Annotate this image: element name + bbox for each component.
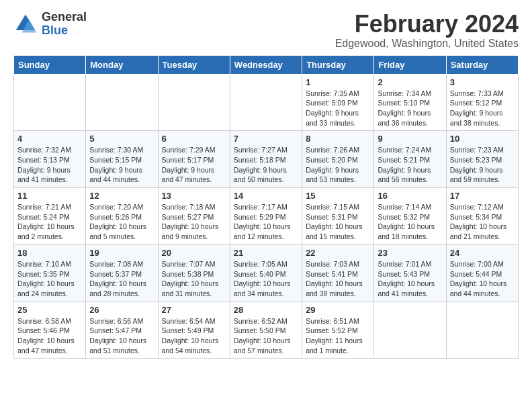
calendar-cell: 17Sunrise: 7:12 AM Sunset: 5:34 PM Dayli… xyxy=(446,188,518,245)
day-info: Sunrise: 6:54 AM Sunset: 5:49 PM Dayligh… xyxy=(162,316,226,356)
day-of-week-header: Saturday xyxy=(446,55,518,74)
day-info: Sunrise: 7:20 AM Sunset: 5:26 PM Dayligh… xyxy=(89,202,154,242)
day-of-week-header: Sunday xyxy=(14,55,86,74)
calendar-cell: 25Sunrise: 6:58 AM Sunset: 5:46 PM Dayli… xyxy=(14,302,86,359)
logo-icon xyxy=(13,12,38,36)
day-info: Sunrise: 6:51 AM Sunset: 5:52 PM Dayligh… xyxy=(306,316,370,356)
calendar-cell: 21Sunrise: 7:05 AM Sunset: 5:40 PM Dayli… xyxy=(230,244,302,302)
calendar-body: 1Sunrise: 7:35 AM Sunset: 5:09 PM Daylig… xyxy=(14,74,519,359)
calendar-cell: 6Sunrise: 7:29 AM Sunset: 5:17 PM Daylig… xyxy=(158,131,230,188)
day-number: 14 xyxy=(234,191,298,201)
calendar-week-row: 25Sunrise: 6:58 AM Sunset: 5:46 PM Dayli… xyxy=(14,302,519,359)
calendar-table: SundayMondayTuesdayWednesdayThursdayFrid… xyxy=(13,55,519,359)
day-info: Sunrise: 7:24 AM Sunset: 5:21 PM Dayligh… xyxy=(378,145,442,185)
calendar-cell xyxy=(86,74,158,131)
calendar-cell: 9Sunrise: 7:24 AM Sunset: 5:21 PM Daylig… xyxy=(374,131,446,188)
day-info: Sunrise: 7:10 AM Sunset: 5:35 PM Dayligh… xyxy=(17,259,82,299)
day-number: 16 xyxy=(378,191,442,201)
calendar-header: SundayMondayTuesdayWednesdayThursdayFrid… xyxy=(14,55,519,74)
page-header: General Blue February 2024 Edgewood, Was… xyxy=(13,11,519,50)
calendar-cell: 26Sunrise: 6:56 AM Sunset: 5:47 PM Dayli… xyxy=(86,302,158,359)
calendar-week-row: 1Sunrise: 7:35 AM Sunset: 5:09 PM Daylig… xyxy=(14,74,519,131)
day-info: Sunrise: 7:14 AM Sunset: 5:32 PM Dayligh… xyxy=(378,202,442,242)
day-info: Sunrise: 6:52 AM Sunset: 5:50 PM Dayligh… xyxy=(234,316,298,356)
day-info: Sunrise: 6:56 AM Sunset: 5:47 PM Dayligh… xyxy=(89,316,154,356)
day-number: 24 xyxy=(450,248,515,258)
calendar-cell: 16Sunrise: 7:14 AM Sunset: 5:32 PM Dayli… xyxy=(374,188,446,245)
calendar-cell: 23Sunrise: 7:01 AM Sunset: 5:43 PM Dayli… xyxy=(374,244,446,302)
day-number: 6 xyxy=(162,134,226,144)
day-number: 13 xyxy=(162,191,226,201)
day-number: 3 xyxy=(450,77,515,87)
calendar-cell: 29Sunrise: 6:51 AM Sunset: 5:52 PM Dayli… xyxy=(302,302,374,359)
day-number: 20 xyxy=(162,248,226,258)
calendar-cell: 22Sunrise: 7:03 AM Sunset: 5:41 PM Dayli… xyxy=(302,244,374,302)
day-number: 9 xyxy=(378,134,442,144)
day-info: Sunrise: 7:29 AM Sunset: 5:17 PM Dayligh… xyxy=(162,145,226,185)
day-of-week-header: Friday xyxy=(374,55,446,74)
calendar-cell: 19Sunrise: 7:08 AM Sunset: 5:37 PM Dayli… xyxy=(86,244,158,302)
calendar-cell: 2Sunrise: 7:34 AM Sunset: 5:10 PM Daylig… xyxy=(374,74,446,131)
day-info: Sunrise: 6:58 AM Sunset: 5:46 PM Dayligh… xyxy=(17,316,82,356)
logo: General Blue xyxy=(13,11,87,38)
day-number: 22 xyxy=(306,248,370,258)
day-of-week-header: Wednesday xyxy=(230,55,302,74)
day-info: Sunrise: 7:27 AM Sunset: 5:18 PM Dayligh… xyxy=(234,145,298,185)
day-number: 10 xyxy=(450,134,515,144)
day-number: 23 xyxy=(378,248,442,258)
day-number: 5 xyxy=(89,134,154,144)
day-info: Sunrise: 7:32 AM Sunset: 5:13 PM Dayligh… xyxy=(17,145,82,185)
day-of-week-header: Monday xyxy=(86,55,158,74)
calendar-week-row: 4Sunrise: 7:32 AM Sunset: 5:13 PM Daylig… xyxy=(14,131,519,188)
calendar-cell: 12Sunrise: 7:20 AM Sunset: 5:26 PM Dayli… xyxy=(86,188,158,245)
calendar-cell: 3Sunrise: 7:33 AM Sunset: 5:12 PM Daylig… xyxy=(446,74,518,131)
day-info: Sunrise: 7:17 AM Sunset: 5:29 PM Dayligh… xyxy=(234,202,298,242)
day-info: Sunrise: 7:03 AM Sunset: 5:41 PM Dayligh… xyxy=(306,259,370,299)
day-number: 21 xyxy=(234,248,298,258)
day-number: 1 xyxy=(306,77,370,87)
day-info: Sunrise: 7:30 AM Sunset: 5:15 PM Dayligh… xyxy=(89,145,154,185)
calendar-cell: 1Sunrise: 7:35 AM Sunset: 5:09 PM Daylig… xyxy=(302,74,374,131)
calendar-cell: 13Sunrise: 7:18 AM Sunset: 5:27 PM Dayli… xyxy=(158,188,230,245)
calendar-cell xyxy=(374,302,446,359)
day-number: 25 xyxy=(17,305,82,315)
day-number: 26 xyxy=(89,305,154,315)
day-info: Sunrise: 7:15 AM Sunset: 5:31 PM Dayligh… xyxy=(306,202,370,242)
day-info: Sunrise: 7:34 AM Sunset: 5:10 PM Dayligh… xyxy=(378,89,442,128)
day-info: Sunrise: 7:08 AM Sunset: 5:37 PM Dayligh… xyxy=(89,259,154,299)
calendar-cell: 18Sunrise: 7:10 AM Sunset: 5:35 PM Dayli… xyxy=(14,244,86,302)
day-number: 27 xyxy=(162,305,226,315)
day-info: Sunrise: 7:21 AM Sunset: 5:24 PM Dayligh… xyxy=(17,202,82,242)
day-info: Sunrise: 7:23 AM Sunset: 5:23 PM Dayligh… xyxy=(450,145,515,185)
day-number: 2 xyxy=(378,77,442,87)
calendar-cell xyxy=(158,74,230,131)
day-info: Sunrise: 7:26 AM Sunset: 5:20 PM Dayligh… xyxy=(306,145,370,185)
calendar-cell: 28Sunrise: 6:52 AM Sunset: 5:50 PM Dayli… xyxy=(230,302,302,359)
logo-blue-text: Blue xyxy=(42,24,68,37)
calendar-cell: 24Sunrise: 7:00 AM Sunset: 5:44 PM Dayli… xyxy=(446,244,518,302)
calendar-cell: 10Sunrise: 7:23 AM Sunset: 5:23 PM Dayli… xyxy=(446,131,518,188)
day-info: Sunrise: 7:05 AM Sunset: 5:40 PM Dayligh… xyxy=(234,259,298,299)
day-info: Sunrise: 7:07 AM Sunset: 5:38 PM Dayligh… xyxy=(162,259,226,299)
day-number: 11 xyxy=(17,191,82,201)
day-info: Sunrise: 7:12 AM Sunset: 5:34 PM Dayligh… xyxy=(450,202,515,242)
day-number: 7 xyxy=(234,134,298,144)
calendar-cell: 5Sunrise: 7:30 AM Sunset: 5:15 PM Daylig… xyxy=(86,131,158,188)
day-number: 29 xyxy=(306,305,370,315)
day-info: Sunrise: 7:35 AM Sunset: 5:09 PM Dayligh… xyxy=(306,89,370,128)
calendar-cell xyxy=(14,74,86,131)
day-number: 17 xyxy=(450,191,515,201)
calendar-cell: 8Sunrise: 7:26 AM Sunset: 5:20 PM Daylig… xyxy=(302,131,374,188)
calendar-cell xyxy=(230,74,302,131)
location-subtitle: Edgewood, Washington, United States xyxy=(335,38,519,50)
logo-general-text: General xyxy=(42,10,87,24)
calendar-cell: 15Sunrise: 7:15 AM Sunset: 5:31 PM Dayli… xyxy=(302,188,374,245)
calendar-week-row: 18Sunrise: 7:10 AM Sunset: 5:35 PM Dayli… xyxy=(14,244,519,302)
day-number: 12 xyxy=(89,191,154,201)
day-info: Sunrise: 7:18 AM Sunset: 5:27 PM Dayligh… xyxy=(162,202,226,242)
day-number: 8 xyxy=(306,134,370,144)
days-of-week-row: SundayMondayTuesdayWednesdayThursdayFrid… xyxy=(14,55,519,74)
day-number: 4 xyxy=(17,134,82,144)
day-info: Sunrise: 7:33 AM Sunset: 5:12 PM Dayligh… xyxy=(450,89,515,128)
month-year-title: February 2024 xyxy=(335,11,519,38)
